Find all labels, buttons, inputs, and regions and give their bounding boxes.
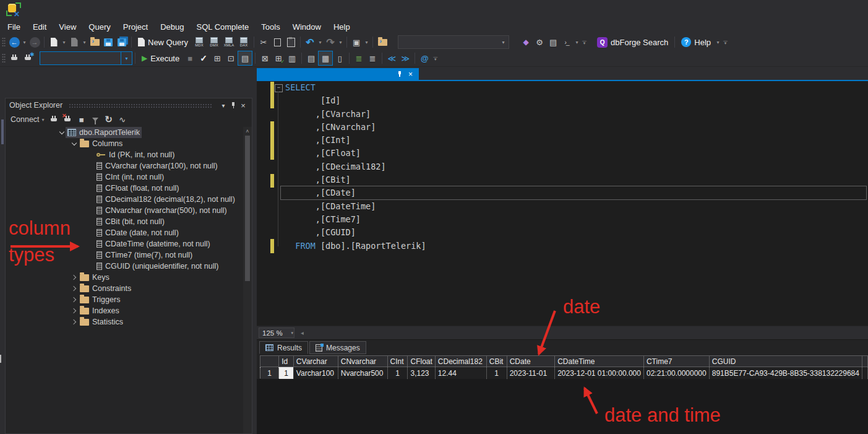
display-estimated-plan-button[interactable]: ⊞: [210, 51, 224, 65]
disconnect-button[interactable]: ✕: [62, 113, 74, 126]
code-line[interactable]: SELECT: [285, 81, 426, 94]
chevron-right-icon[interactable]: [71, 319, 78, 326]
execute-button[interactable]: ▶Execute: [138, 51, 183, 65]
tree-item-column[interactable]: CNvarchar (nvarchar(500), not null): [6, 205, 252, 216]
column-header-cdecimal182[interactable]: CDecimal182: [435, 356, 486, 367]
chevron-right-icon[interactable]: [71, 285, 78, 292]
change-connection-button[interactable]: ✱: [21, 51, 35, 65]
object-explorer-titlebar[interactable]: Object Explorer ▾ ×: [6, 98, 252, 112]
column-header-cnvarchar[interactable]: CNvarchar: [338, 356, 387, 367]
activity-monitor-button[interactable]: ∿: [116, 113, 129, 126]
chevron-down-icon[interactable]: [59, 129, 66, 136]
document-tab[interactable]: ×: [257, 68, 419, 80]
editor-zoom-combobox[interactable]: 125 %▾: [259, 328, 294, 338]
sql-complete-button[interactable]: @: [418, 51, 431, 65]
code-line[interactable]: ,[CNvarchar]: [285, 121, 426, 134]
new-dmx-query-button[interactable]: DMX: [207, 35, 221, 50]
cell-cguid[interactable]: 891B5E77-CA93-429B-8B35-338132229684: [709, 367, 862, 380]
cell-cvarchar[interactable]: Varchar100: [293, 367, 338, 380]
cell-cbit[interactable]: 1: [486, 367, 507, 380]
tree-item-column[interactable]: CVarchar (varchar(100), not null): [6, 160, 252, 171]
cell-cdate[interactable]: 2023-11-01: [507, 367, 555, 380]
back-dropdown-caret[interactable]: ▾: [21, 35, 28, 49]
column-header-cdatetime[interactable]: CDateTime: [555, 356, 644, 367]
tree-item-indexes-folder[interactable]: Indexes: [6, 305, 252, 316]
cell-ctime7[interactable]: 02:21:00.0000000: [643, 367, 709, 380]
chevron-right-icon[interactable]: [71, 308, 78, 315]
row-selector-header[interactable]: [260, 356, 279, 367]
tree-item-constraints-folder[interactable]: Constraints: [6, 283, 252, 294]
uncomment-button[interactable]: ≣: [366, 51, 379, 65]
column-header-cbit[interactable]: CBit: [486, 356, 507, 367]
horizontal-scrollbar[interactable]: [304, 326, 868, 339]
pin-icon[interactable]: [397, 71, 403, 77]
client-statistics-button[interactable]: ▥: [285, 51, 299, 65]
results-to-text-button[interactable]: ▤: [304, 51, 318, 65]
pin-button[interactable]: [228, 100, 238, 110]
decrease-indent-button[interactable]: ≪: [385, 51, 398, 65]
column-header-ctime7[interactable]: CTime7: [643, 356, 709, 367]
query-options-button[interactable]: ⊡: [224, 51, 238, 65]
outline-collapse-toggle[interactable]: −: [275, 84, 283, 92]
redo-button[interactable]: ↷: [324, 35, 337, 49]
menu-query[interactable]: Query: [82, 20, 116, 34]
column-header-cvarchar[interactable]: CVarchar: [293, 356, 338, 367]
cell-id[interactable]: 1: [279, 367, 294, 380]
vs-extension-button[interactable]: ◆: [519, 35, 533, 49]
new-xmla-query-button[interactable]: XMLA: [221, 35, 236, 50]
save-button[interactable]: [101, 35, 115, 49]
cell-cdatetime[interactable]: 2023-12-01 01:00:00.000: [555, 367, 644, 380]
column-header-cguid[interactable]: CGUID: [709, 356, 862, 367]
code-line[interactable]: ,[CDateTime]: [285, 200, 426, 213]
toolbar-overflow-button[interactable]: —▾: [580, 35, 588, 49]
tree-item-keys-folder[interactable]: Keys: [6, 272, 252, 283]
template-parameters-button[interactable]: ▣: [350, 35, 363, 49]
menu-help[interactable]: Help: [327, 20, 356, 34]
redo-caret[interactable]: ▾: [337, 35, 344, 49]
navigate-back-button[interactable]: ←: [7, 35, 21, 49]
tree-item-statistics-folder[interactable]: Statistics: [6, 316, 252, 328]
find-combobox-caret[interactable]: ▾: [498, 36, 509, 48]
vertical-scrollbar[interactable]: ˄: [243, 127, 252, 433]
save-all-button[interactable]: [115, 35, 129, 49]
cell-cint[interactable]: 1: [387, 367, 408, 380]
help-caret[interactable]: ▾: [715, 35, 721, 49]
column-header-cint[interactable]: CInt: [387, 356, 408, 367]
available-databases-combobox[interactable]: ▾: [40, 51, 132, 65]
add-item-caret[interactable]: ▾: [81, 35, 88, 49]
tree-item-column[interactable]: CDate (date, not null): [6, 227, 252, 238]
intellisense-enabled-toggle[interactable]: ▤: [238, 51, 252, 66]
database-combobox-caret[interactable]: ▾: [121, 52, 132, 64]
close-panel-button[interactable]: ×: [238, 100, 248, 110]
paste-button[interactable]: [284, 35, 298, 49]
cell-cdecimal182[interactable]: 12.44: [435, 367, 486, 380]
dbforge-search-button[interactable]: QdbForge Search: [593, 35, 672, 49]
find-in-files-button[interactable]: [376, 35, 389, 49]
new-project-caret[interactable]: ▾: [61, 35, 67, 49]
code-line[interactable]: ,[CInt]: [285, 134, 426, 147]
menu-file[interactable]: File: [1, 20, 27, 34]
window-position-button[interactable]: ▾: [218, 100, 228, 110]
close-icon[interactable]: ×: [408, 71, 413, 78]
tree-item-columns-folder[interactable]: Columns: [6, 138, 252, 149]
code-line[interactable]: ,[CDecimal182]: [285, 160, 426, 173]
chevron-right-icon[interactable]: [71, 274, 78, 281]
results-to-grid-button[interactable]: ▦: [318, 51, 333, 66]
code-editor[interactable]: − SELECT [Id] ,[CVarchar] ,[CNvarchar] ,…: [257, 81, 868, 326]
open-file-button[interactable]: [88, 35, 101, 49]
undo-button[interactable]: ↶: [303, 35, 317, 49]
sql-code[interactable]: SELECT [Id] ,[CVarchar] ,[CNvarchar] ,[C…: [285, 81, 426, 253]
menu-debug[interactable]: Debug: [154, 20, 190, 34]
increase-indent-button[interactable]: ≫: [398, 51, 412, 65]
code-line[interactable]: FROM [dbo].[RaportTelerik]: [285, 240, 426, 253]
include-actual-plan-button[interactable]: ⊠: [258, 51, 272, 65]
tree-item-table[interactable]: dbo.RaportTelerik: [6, 127, 252, 138]
new-query-button[interactable]: New Query: [134, 35, 192, 49]
column-header-cfloat[interactable]: CFloat: [408, 356, 435, 367]
connect-object-button[interactable]: [48, 113, 61, 126]
menu-sql-complete[interactable]: SQL Complete: [191, 20, 256, 34]
tree-item-triggers-folder[interactable]: Triggers: [6, 294, 252, 305]
toolbar-overflow-button[interactable]: —▾: [721, 35, 729, 49]
refresh-button[interactable]: ↻: [103, 113, 115, 126]
tab-results[interactable]: Results: [259, 341, 308, 354]
